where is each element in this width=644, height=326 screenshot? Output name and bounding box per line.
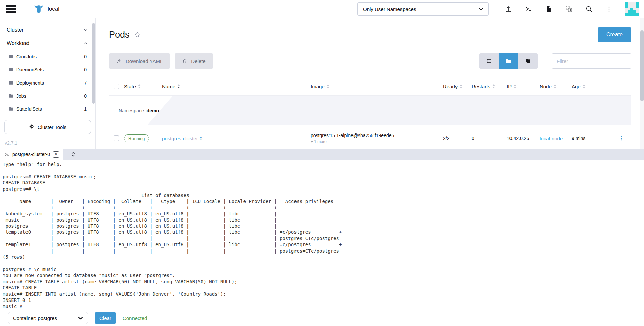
table-view-button[interactable] <box>518 53 538 69</box>
menu-icon[interactable] <box>6 5 16 13</box>
list-view-icon <box>486 58 492 64</box>
status-badge: Running <box>124 134 149 142</box>
pods-table: State Name Image Ready <box>109 77 631 149</box>
chevron-up-icon <box>83 41 88 46</box>
shell-tab[interactable]: postgres-cluster-0 ✕ <box>0 149 63 160</box>
column-header-name[interactable]: Name <box>162 84 311 89</box>
view-mode-toggle <box>479 53 538 69</box>
upload-button[interactable] <box>504 5 513 13</box>
top-bar: local Only User Namespaces <box>0 0 644 18</box>
create-button[interactable]: Create <box>598 27 631 42</box>
sort-icon <box>460 84 462 88</box>
namespace-name: demo <box>147 108 159 113</box>
folder-icon <box>9 80 14 85</box>
column-header-image[interactable]: Image <box>311 84 443 89</box>
user-menu-button[interactable] <box>605 5 613 13</box>
kebab-icon <box>605 5 613 13</box>
kubectl-shell-button[interactable] <box>524 5 533 13</box>
shell-footer: Container: postgres Clear Connected <box>0 310 644 326</box>
file-button[interactable] <box>544 5 553 13</box>
search-icon <box>585 5 593 13</box>
sidebar-item-deployments[interactable]: Deployments 7 <box>0 76 95 89</box>
shell-tab-bar: postgres-cluster-0 ✕ <box>0 149 644 160</box>
gear-icon <box>29 124 35 130</box>
age-cell: 9 mins <box>572 135 612 141</box>
delete-button[interactable]: Delete <box>175 53 213 69</box>
sidebar-group-label: Workload <box>7 40 29 46</box>
sidebar-scrollbar[interactable] <box>92 23 95 104</box>
namespace-group-row: Namespace:demo <box>109 96 631 125</box>
content-area: Cluster Workload CronJobs 0 <box>0 18 644 149</box>
sidebar-item-label: DaemonSets <box>16 67 44 72</box>
folder-icon <box>9 94 14 98</box>
sidebar-item-jobs[interactable]: Jobs 0 <box>0 89 95 102</box>
image-cell: postgres:15.1-alpine@sha256:f19eede5... … <box>311 133 443 144</box>
sort-icon <box>138 84 141 88</box>
sidebar-group-workload[interactable]: Workload <box>0 37 95 50</box>
column-header-restarts[interactable]: Restarts <box>472 84 507 89</box>
clear-button[interactable]: Clear <box>95 312 116 324</box>
column-header-state[interactable]: State <box>124 84 162 89</box>
filter-input[interactable] <box>552 53 631 69</box>
sidebar-group-label: Cluster <box>7 27 24 33</box>
sort-icon <box>492 84 495 88</box>
container-select-value: Container: postgres <box>13 315 57 321</box>
column-header-age[interactable]: Age <box>572 84 612 89</box>
sidebar-item-count: 0 <box>84 67 87 72</box>
cluster-tools-button[interactable]: Cluster Tools <box>4 120 91 134</box>
node-link[interactable]: local-node <box>540 135 563 141</box>
folder-view-button[interactable] <box>499 53 518 69</box>
sidebar-item-count: 0 <box>84 93 87 99</box>
container-select[interactable]: Container: postgres <box>8 312 88 324</box>
sidebar-item-count: 7 <box>84 80 87 86</box>
terminal-output-area[interactable]: Type "help" for help. postgres=# CREATE … <box>0 160 644 310</box>
folder-icon <box>9 107 14 111</box>
list-view-button[interactable] <box>479 53 499 69</box>
file-icon <box>545 5 552 13</box>
search-button[interactable] <box>585 5 593 13</box>
sidebar-item-statefulsets[interactable]: StatefulSets 1 <box>0 102 95 115</box>
sort-icon <box>554 84 556 88</box>
column-header-ip[interactable]: IP <box>507 84 540 89</box>
kebab-icon <box>619 135 625 142</box>
terminal-output: Type "help" for help. postgres=# CREATE … <box>3 161 644 310</box>
shell-drawer: postgres-cluster-0 ✕ Type "help" for hel… <box>0 149 644 326</box>
version-text: v2.7.1 <box>5 140 95 146</box>
brand[interactable]: local <box>34 4 59 14</box>
scrollbar-thumb[interactable] <box>640 30 644 101</box>
cluster-name: local <box>48 6 59 12</box>
image-text: postgres:15.1-alpine@sha256:f19eede5... <box>311 133 443 138</box>
drawer-resize-handle[interactable] <box>67 149 79 160</box>
sidebar-group-cluster[interactable]: Cluster <box>0 23 95 37</box>
sidebar-item-label: Jobs <box>16 93 26 99</box>
column-header-ready[interactable]: Ready <box>443 84 472 89</box>
sidebar-item-daemonsets[interactable]: DaemonSets 0 <box>0 63 95 76</box>
ip-cell: 10.42.0.25 <box>507 135 540 141</box>
row-checkbox[interactable] <box>114 135 119 141</box>
column-header-node[interactable]: Node <box>540 84 572 89</box>
sidebar: Cluster Workload CronJobs 0 <box>0 18 96 149</box>
sidebar-item-label: Deployments <box>16 80 44 86</box>
row-actions-button[interactable] <box>612 135 631 142</box>
sort-icon <box>514 84 516 88</box>
title-row: Pods Create <box>109 27 631 42</box>
folder-icon <box>9 67 14 72</box>
table-row[interactable]: Running postgres-cluster-0 postgres:15.1… <box>109 125 631 149</box>
import-button[interactable] <box>565 5 573 13</box>
sort-icon <box>583 84 585 88</box>
select-all-checkbox[interactable] <box>114 84 119 89</box>
kubectl-shell-icon <box>525 5 533 13</box>
favorite-star-icon[interactable] <box>134 31 141 38</box>
shell-icon <box>5 152 10 157</box>
sidebar-item-cronjobs[interactable]: CronJobs 0 <box>0 50 95 63</box>
namespace-group-label: Namespace:demo <box>119 108 159 113</box>
image-more-text: + 1 more <box>311 139 443 144</box>
namespace-filter-select[interactable]: Only User Namespaces <box>357 2 489 16</box>
sidebar-item-count: 1 <box>84 106 87 112</box>
chevron-down-icon <box>77 315 84 321</box>
close-icon[interactable]: ✕ <box>53 151 59 158</box>
download-yaml-button[interactable]: Download YAML <box>109 53 170 69</box>
avatar[interactable] <box>625 2 639 16</box>
pod-name-link[interactable]: postgres-cluster-0 <box>162 135 202 141</box>
chevron-down-icon <box>478 6 484 12</box>
